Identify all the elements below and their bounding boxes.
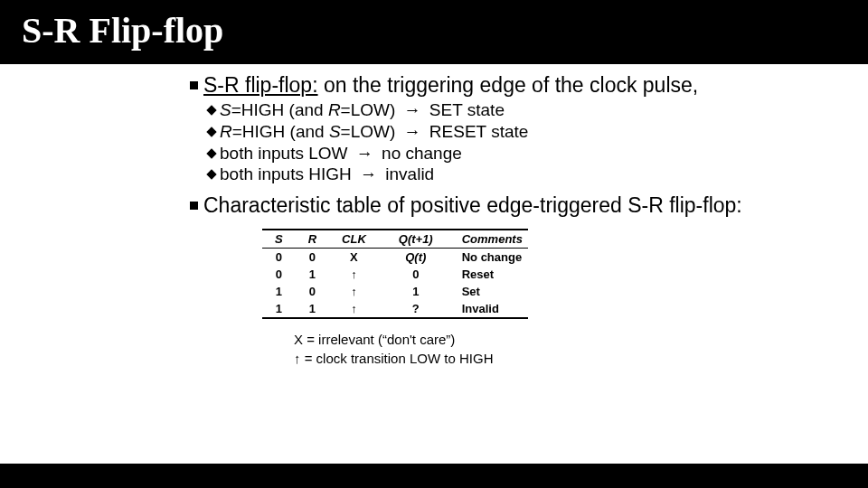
legend: X = irrelevant (“don't care”) ↑ = clock … [294,330,850,368]
table-header-row: S R CLK Q(t+1) Comments [262,230,528,249]
diamond-bullet-icon [206,105,216,115]
sub-bullet: S=HIGH (and R=LOW) → SET state [208,99,850,121]
sub-bullet: both inputs LOW → no change [208,143,850,164]
bullet-lead: S-R flip-flop: [203,73,318,97]
diamond-bullet-icon [206,127,216,136]
sub-bullet: both inputs HIGH → invalid [208,164,850,185]
arrow-icon: → [401,122,425,141]
title-bar: S-R Flip-flop [0,0,868,64]
bullet-characteristic-table: Characteristic table of positive edge-tr… [190,194,850,216]
col-comments: Comments [453,230,528,249]
bottom-bar [0,464,868,488]
bullet-sr-flipflop: S-R flip-flop: on the triggering edge of… [190,73,850,98]
arrow-icon: → [356,164,381,183]
col-q: Q(t+1) [386,230,453,249]
arrow-icon: → [353,144,377,163]
diamond-bullet-icon [206,170,216,180]
slide-content: S-R flip-flop: on the triggering edge of… [0,64,868,464]
sub-bullets: S=HIGH (and R=LOW) → SET state R=HIGH (a… [208,99,850,185]
table-row: 1 0 ↑ 1 Set [262,283,528,300]
col-s: S [262,230,296,249]
sub-bullet: R=HIGH (and S=LOW) → RESET state [208,121,850,143]
table-row: 0 0 X Q(t) No change [262,249,528,267]
characteristic-table: S R CLK Q(t+1) Comments 0 0 X Q(t) No ch… [262,229,850,319]
arrow-icon: → [401,100,425,119]
legend-line: X = irrelevant (“don't care”) [294,330,850,349]
table-row: 1 1 ↑ ? Invalid [262,300,528,318]
legend-line: ↑ = clock transition LOW to HIGH [294,349,850,368]
slide-title: S-R Flip-flop [22,9,846,52]
col-clk: CLK [329,230,386,249]
square-bullet-icon [190,81,198,89]
diamond-bullet-icon [206,148,216,158]
table-row: 0 1 ↑ 0 Reset [262,266,528,283]
bullet-tail: on the triggering edge of the clock puls… [318,73,699,97]
square-bullet-icon [190,202,198,210]
col-r: R [296,230,329,249]
